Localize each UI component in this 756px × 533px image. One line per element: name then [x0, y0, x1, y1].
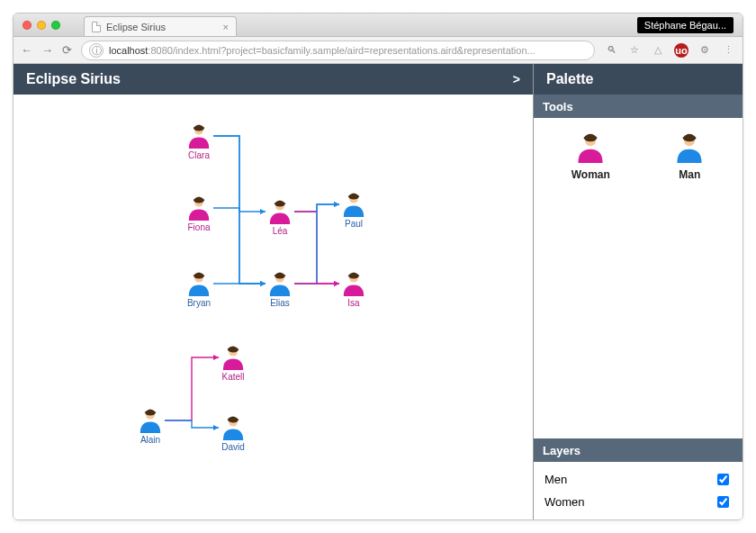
diagram-panel: Eclipse Sirius > Clara Fiona Léa Paul Br… [14, 64, 534, 519]
reload-button[interactable]: ⟳ [62, 44, 72, 56]
zoom-icon[interactable] [51, 21, 60, 30]
layer-men[interactable]: Men [544, 471, 732, 488]
gear-icon[interactable]: ⚙ [698, 43, 712, 58]
node-label: Paul [345, 219, 363, 229]
browser-window: Eclipse Sirius × Stéphane Bégau... ← → ⟳… [13, 13, 743, 520]
palette-title: Palette [546, 71, 593, 87]
star-icon[interactable]: ☆ [627, 43, 642, 58]
tools-header: Tools [534, 95, 742, 118]
node-label: Isa [347, 298, 359, 308]
tab-title: Eclipse Sirius [106, 22, 166, 32]
node-katell[interactable]: Katell [210, 345, 256, 382]
node-clara[interactable]: Clara [176, 123, 222, 160]
node-label: Elias [270, 298, 290, 308]
node-label: David [221, 442, 245, 452]
node-label: Katell [221, 372, 244, 382]
forward-button[interactable]: → [41, 44, 53, 56]
chevron-right-icon[interactable]: > [513, 72, 520, 86]
node-paul[interactable]: Paul [330, 192, 377, 229]
diagram-title: Eclipse Sirius [26, 71, 121, 87]
node-label: Léa [273, 226, 288, 236]
menu-icon[interactable]: ⋮ [721, 43, 735, 58]
browser-toolbar: ← → ⟳ ⓘ localhost:8080/index.html?projec… [14, 37, 742, 64]
palette-spacer [534, 208, 742, 438]
node-bryan[interactable]: Bryan [176, 271, 222, 308]
tool-label: Man [679, 168, 700, 181]
palette-header: Palette [534, 64, 742, 95]
window-controls[interactable] [22, 21, 60, 30]
node-label: Alain [140, 435, 160, 445]
tool-label: Woman [572, 168, 610, 181]
minimize-icon[interactable] [37, 21, 46, 30]
node-isa[interactable]: Isa [330, 271, 377, 308]
palette-panel: Palette Tools Woman Man Layers Men Women [534, 64, 742, 519]
address-bar[interactable]: ⓘ localhost:8080/index.html?project=basi… [81, 41, 595, 60]
tools-body: Woman Man [534, 118, 742, 208]
site-info-icon[interactable]: ⓘ [89, 43, 104, 58]
user-chip[interactable]: Stéphane Bégau... [637, 17, 734, 33]
drive-icon[interactable]: △ [651, 43, 665, 58]
back-button[interactable]: ← [21, 44, 32, 56]
app-content: Eclipse Sirius > Clara Fiona Léa Paul Br… [14, 64, 742, 519]
node-fiona[interactable]: Fiona [176, 195, 222, 232]
tab-close-icon[interactable]: × [223, 22, 229, 32]
layers-header: Layers [534, 438, 742, 462]
node-label: Fiona [187, 222, 210, 232]
url-host: localhost:8080/index.html?project=basicf… [109, 45, 536, 56]
diagram-header: Eclipse Sirius > [14, 64, 533, 95]
node-label: Clara [188, 150, 210, 160]
page-icon [92, 22, 101, 32]
node-david[interactable]: David [210, 415, 256, 452]
titlebar: Eclipse Sirius × Stéphane Bégau... [14, 14, 742, 37]
node-elias[interactable]: Elias [256, 271, 303, 308]
layer-women[interactable]: Women [544, 493, 732, 510]
layer-checkbox[interactable] [717, 474, 729, 485]
blocker-icon[interactable]: uo [674, 43, 688, 58]
browser-tab[interactable]: Eclipse Sirius × [84, 16, 237, 36]
diagram-canvas[interactable]: Clara Fiona Léa Paul Bryan Elias Isa Kat… [14, 95, 533, 519]
layer-checkbox[interactable] [717, 496, 729, 508]
layer-label: Men [544, 473, 567, 486]
node-alain[interactable]: Alain [127, 408, 174, 445]
close-icon[interactable] [22, 21, 32, 30]
palette-tool-woman[interactable]: Woman [572, 132, 610, 181]
search-icon[interactable]: 🔍︎ [604, 43, 618, 58]
palette-tool-man[interactable]: Man [674, 132, 705, 181]
layer-label: Women [544, 495, 585, 509]
layers-body: Men Women [534, 462, 742, 519]
node-label: Bryan [187, 298, 211, 308]
node-lea[interactable]: Léa [256, 199, 303, 236]
